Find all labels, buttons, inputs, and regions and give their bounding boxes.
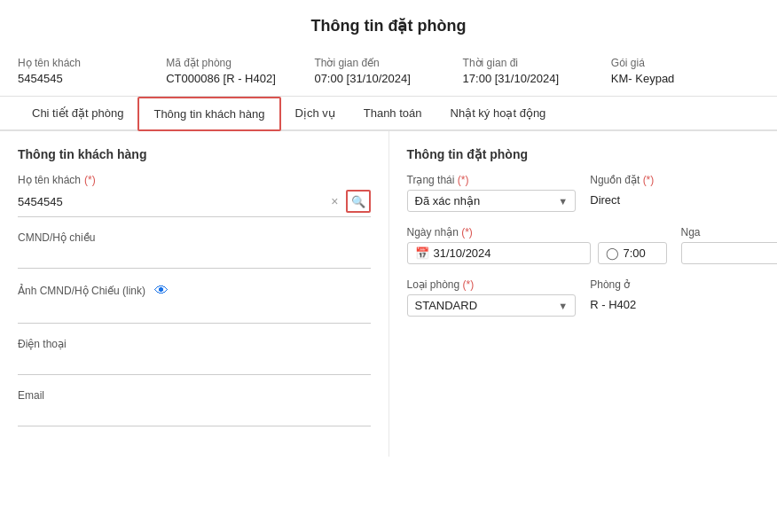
required-marker-${f.id}: (*) [458,174,469,186]
summary-value-1: CT000086 [R - H402] [166,72,314,85]
rform-group-nguon-dat: Nguồn đặt (*) Direct [590,174,759,212]
summary-value-3: 17:00 [31/10/2024] [463,72,611,85]
required-marker-${f.id}: (*) [643,174,655,186]
tab-chi-tiet[interactable]: Chi tiết đặt phòng [18,98,137,130]
required-star: (*) [84,174,96,186]
left-panel: Thông tin khách hàng Họ tên khách (*) × … [0,131,389,457]
rform-label-ngay-nhan: Ngày nhận (*) [407,226,667,239]
rform-group-trang-thai: Trạng thái (*) Đã xác nhậnChờ xác nhậnĐã… [407,174,577,212]
booking-summary: Họ tên khách 5454545 Mã đặt phòng CT0000… [0,48,777,97]
summary-value-2: 07:00 [31/10/2024] [314,72,462,85]
left-section-title: Thông tin khách hàng [18,147,371,161]
rform-group-phong-o: Phòng ở R - H402 [590,278,759,317]
rform-value-phong-o: R - H402 [590,294,759,315]
chevron-down-icon-loai-phong: ▼ [558,301,568,311]
summary-label-2: Thời gian đến [314,57,462,69]
form-group-dien-thoai: Điện thoại [18,338,371,375]
input-email[interactable] [18,405,371,422]
search-icon: 🔍 [351,195,365,208]
summary-value-0: 5454545 [18,72,166,85]
select-trang-thai[interactable]: Đã xác nhậnChờ xác nhậnĐã hủy [415,194,559,207]
input-anh-cmnd[interactable] [18,302,371,319]
form-label-dien-thoai: Điện thoại [18,338,371,350]
rform-group-loai-phong: Loại phòng (*) STANDARDDELUXESUITE ▼ [407,278,577,317]
summary-field-2: Thời gian đến 07:00 [31/10/2024] [314,57,462,85]
page-title: Thông tin đặt phòng [0,0,777,48]
input-dien-thoai[interactable] [18,354,371,371]
summary-label-1: Mã đặt phòng [166,57,314,69]
right-panel: Thông tin đặt phòng Trạng thái (*) Đã xá… [389,131,778,457]
rform-value-nguon-dat: Direct [590,190,759,210]
rform-label-phong-o: Phòng ở [590,278,759,291]
tab-thong-tin-kh[interactable]: Thông tin khách hàng [137,97,280,131]
chevron-down-icon-trang-thai: ▼ [558,196,568,207]
eye-icon[interactable]: 👁 [154,283,169,299]
clock-icon-ngay-nhan: ◯ [606,246,619,260]
form-group-ho-ten: Họ tên khách (*) × 🔍 [18,174,371,217]
required-marker-${f.id}: (*) [463,278,475,291]
calendar-icon-ngay-nhan: 📅 [415,246,429,260]
form-label-ho-ten: Họ tên khách (*) [18,174,371,186]
summary-field-3: Thời gian đi 17:00 [31/10/2024] [463,57,611,85]
input-cmnd[interactable] [18,247,371,264]
rform-label-nguon-dat: Nguồn đặt (*) [590,174,759,186]
rform-label-ngay-di: Nga [681,226,778,239]
form-group-anh-cmnd: Ảnh CMND/Hộ Chiếu (link) 👁 [18,283,371,324]
time-input-ngay-nhan[interactable] [624,246,659,260]
tab-dich-vu[interactable]: Dịch vụ [281,98,349,130]
input-ho-ten[interactable] [18,193,327,210]
input-wrapper-ho-ten: × 🔍 [18,190,371,217]
rform-row-1: Ngày nhận (*) 📅 ◯ Nga 📅 [407,226,760,264]
rform-label-loai-phong: Loại phòng (*) [407,278,577,291]
form-label-email: Email [18,389,371,402]
time-wrapper-ngay-nhan[interactable]: ◯ [598,242,667,264]
select-wrapper-loai-phong[interactable]: STANDARDDELUXESUITE ▼ [407,294,577,317]
rform-row-2: Loại phòng (*) STANDARDDELUXESUITE ▼ Phò… [407,278,760,317]
summary-field-0: Họ tên khách 5454545 [18,57,166,85]
main-content: Thông tin khách hàng Họ tên khách (*) × … [0,131,777,457]
select-wrapper-trang-thai[interactable]: Đã xác nhậnChờ xác nhậnĐã hủy ▼ [407,190,577,212]
form-label-cmnd: CMND/Hộ chiều [18,231,371,244]
summary-field-1: Mã đặt phòng CT000086 [R - H402] [166,57,314,85]
input-wrapper-email [18,405,371,426]
clear-btn-ho-ten[interactable]: × [327,194,341,208]
date-input-ngay-nhan[interactable] [434,246,583,260]
summary-field-4: Gói giá KM- Keypad [611,57,759,85]
tab-thanh-toan[interactable]: Thanh toán [349,98,436,130]
required-marker-${f.id}: (*) [461,226,473,239]
form-label-anh-cmnd: Ảnh CMND/Hộ Chiếu (link) 👁 [18,283,371,299]
select-loai-phong[interactable]: STANDARDDELUXESUITE [415,299,559,312]
input-wrapper-cmnd [18,247,371,269]
date-partial-input-ngay-di[interactable] [689,246,778,260]
form-group-cmnd: CMND/Hộ chiều [18,231,371,269]
summary-value-4: KM- Keypad [611,72,759,85]
date-wrapper-ngay-nhan[interactable]: 📅 [407,242,591,264]
rform-row-0: Trạng thái (*) Đã xác nhậnChờ xác nhậnĐã… [407,174,760,212]
search-btn-ho-ten[interactable]: 🔍 [346,190,371,213]
right-section-title: Thông tin đặt phòng [407,147,760,161]
input-wrapper-anh-cmnd [18,302,371,324]
summary-label-3: Thời gian đi [463,57,611,69]
summary-label-4: Gói giá [611,57,759,69]
rform-label-trang-thai: Trạng thái (*) [407,174,577,186]
form-group-email: Email [18,389,371,426]
rform-group-ngay-di: Nga 📅 [681,226,778,264]
tab-nhat-ky[interactable]: Nhật ký hoạt động [436,98,561,130]
tabs-bar: Chi tiết đặt phòngThông tin khách hàngDị… [0,97,777,131]
input-wrapper-dien-thoai [18,354,371,375]
summary-label-0: Họ tên khách [18,57,166,69]
rform-group-ngay-nhan: Ngày nhận (*) 📅 ◯ [407,226,667,264]
date-partial-wrapper-ngay-di[interactable]: 📅 [681,242,778,264]
